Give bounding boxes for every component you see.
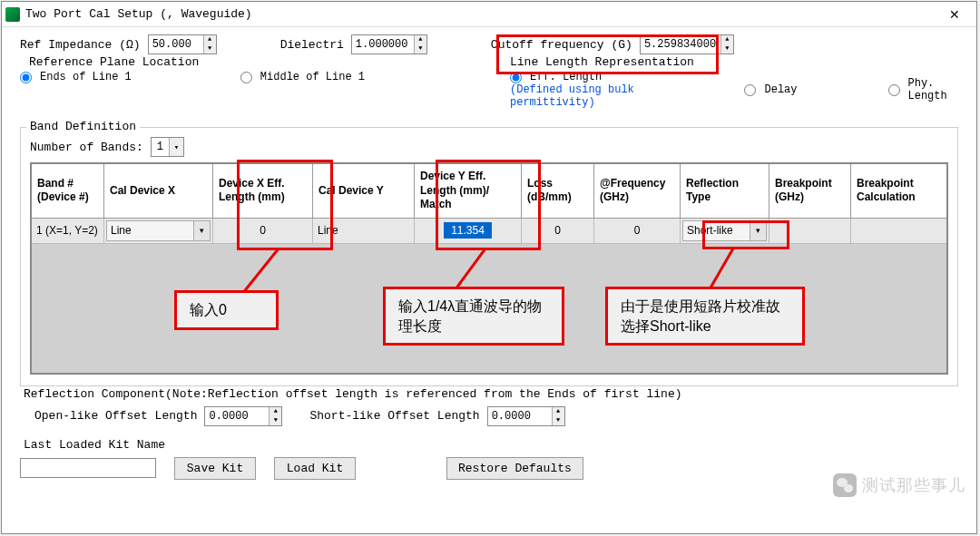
cell-refl-type[interactable]: Short-like▾ [681, 219, 769, 244]
num-bands-value: 1 [152, 141, 169, 153]
load-kit-button[interactable]: Load Kit [274, 457, 356, 480]
open-offset-label: Open-like Offset Length [34, 409, 197, 423]
radio-eff-length[interactable]: Eff. Length [510, 71, 653, 83]
table-row: 1 (X=1, Y=2) Line▾ 0 Line 11.354 0 0 Sho… [32, 219, 946, 244]
dielectric-spinner[interactable]: ▲▼ [351, 34, 427, 54]
band-table: Band # (Device #) Cal Device X Device X … [30, 162, 948, 375]
spin-up-icon[interactable]: ▲ [553, 407, 564, 416]
cutoff-label: Cutoff frequency (G) [491, 38, 632, 52]
cell-band: 1 (X=1, Y=2) [32, 219, 104, 244]
radio-ends-of-line1[interactable]: Ends of Line 1 [20, 71, 132, 83]
band-definition-legend: Band Definition [26, 120, 140, 133]
open-offset-spinner[interactable]: ▲▼ [204, 406, 282, 426]
cell-breakpoint[interactable] [769, 219, 851, 244]
reflection-group: Reflection Component(Note:Reflection off… [20, 395, 958, 441]
radio-phy-length[interactable]: Phy. Length [888, 77, 950, 102]
cutoff-input[interactable] [641, 35, 720, 54]
spin-down-icon[interactable]: ▼ [553, 416, 564, 425]
eff-length-note: (Defined using bulk permittivity) [510, 83, 653, 109]
short-offset-input[interactable] [488, 407, 552, 425]
window-root: Two Port Cal Setup (, Waveguide) ✕ Ref I… [1, 1, 977, 534]
cell-dev-x-len[interactable]: 0 [213, 219, 313, 244]
last-kit-input[interactable] [20, 458, 156, 478]
cell-bp-calc[interactable] [851, 219, 946, 244]
short-offset-spinner[interactable]: ▲▼ [487, 406, 565, 426]
radio-delay[interactable]: Delay [744, 83, 797, 96]
radio-middle-of-line1[interactable]: Middle of Line 1 [240, 71, 365, 83]
open-offset-input[interactable] [205, 407, 269, 425]
app-icon [5, 7, 20, 22]
ref-impedance-label: Ref Impedance (Ω) [20, 38, 141, 52]
table-empty-area [32, 244, 946, 373]
cell-loss[interactable]: 0 [522, 219, 594, 244]
num-bands-combo[interactable]: 1 ▾ [151, 137, 184, 157]
col-breakpoint: Breakpoint (GHz) [769, 164, 851, 219]
ref-plane-legend: Reference Plane Location [25, 55, 202, 69]
cell-freq[interactable]: 0 [594, 219, 681, 244]
table-header: Band # (Device #) Cal Device X Device X … [32, 164, 946, 219]
chevron-down-icon: ▾ [169, 138, 183, 156]
col-bp-calc: Breakpoint Calculation [851, 164, 946, 219]
col-cal-x: Cal Device X [104, 164, 213, 219]
line-length-legend: Line Length Representation [506, 55, 698, 69]
spin-up-icon[interactable]: ▲ [415, 35, 426, 44]
ref-plane-group: Reference Plane Location Ends of Line 1 … [20, 63, 501, 94]
spin-up-icon[interactable]: ▲ [721, 35, 733, 44]
window-title: Two Port Cal Setup (, Waveguide) [25, 7, 936, 21]
spin-down-icon[interactable]: ▼ [270, 416, 281, 425]
titlebar: Two Port Cal Setup (, Waveguide) ✕ [2, 2, 976, 27]
col-dev-y-len: Device Y Eff. Length (mm)/ Match [415, 164, 522, 219]
band-definition-group: Band Definition Number of Bands: 1 ▾ Ban… [20, 127, 958, 386]
spin-up-icon[interactable]: ▲ [270, 407, 281, 416]
spin-down-icon[interactable]: ▼ [204, 44, 216, 54]
num-bands-label: Number of Bands: [30, 141, 143, 154]
dielectric-label: Dielectri [280, 38, 344, 52]
col-freq: @Frequency (GHz) [594, 164, 681, 219]
chevron-down-icon: ▾ [750, 221, 766, 240]
cell-cal-y[interactable]: Line [313, 219, 415, 244]
last-kit-legend: Last Loaded Kit Name [20, 438, 169, 452]
short-offset-label: Short-like Offset Length [309, 409, 479, 423]
spin-down-icon[interactable]: ▼ [721, 44, 733, 54]
ref-impedance-input[interactable] [149, 35, 203, 54]
reflection-legend: Reflection Component(Note:Reflection off… [20, 387, 686, 401]
ref-impedance-spinner[interactable]: ▲▼ [148, 34, 217, 54]
cutoff-spinner[interactable]: ▲▼ [640, 34, 734, 54]
dielectric-input[interactable] [352, 35, 414, 54]
col-refl-type: Reflection Type [681, 164, 769, 219]
restore-defaults-button[interactable]: Restore Defaults [446, 457, 583, 480]
content-area: Ref Impedance (Ω) ▲▼ Dielectri ▲▼ Cutoff… [2, 27, 976, 498]
cell-cal-x[interactable]: Line▾ [104, 219, 213, 244]
cell-dev-y-len[interactable]: 11.354 [415, 219, 522, 244]
col-band: Band # (Device #) [32, 164, 104, 219]
close-button[interactable]: ✕ [936, 3, 973, 26]
chevron-down-icon: ▾ [193, 221, 210, 240]
spin-up-icon[interactable]: ▲ [204, 35, 216, 44]
line-length-group: Line Length Representation Eff. Length (… [501, 63, 958, 120]
save-kit-button[interactable]: Save Kit [174, 457, 256, 480]
col-loss: Loss (dB/mm) [522, 164, 594, 219]
last-kit-group: Last Loaded Kit Name Save Kit Load Kit R… [20, 446, 958, 491]
col-cal-y: Cal Device Y [313, 164, 415, 219]
spin-down-icon[interactable]: ▼ [415, 44, 426, 54]
col-dev-x-len: Device X Eff. Length (mm) [213, 164, 313, 219]
